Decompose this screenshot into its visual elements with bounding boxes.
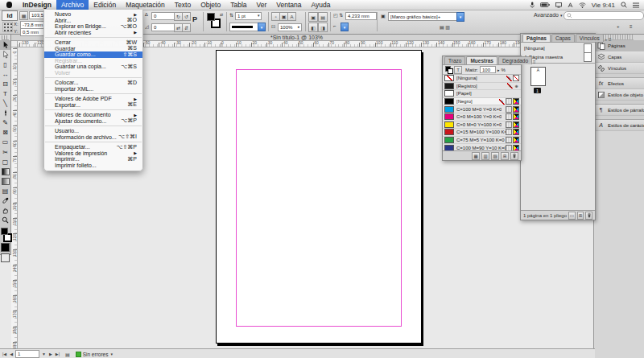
dock-item-estilos-de-objeto[interactable]: Estilos de objeto — [594, 89, 644, 101]
dock-item-v-nculos[interactable]: Vínculos — [594, 63, 644, 74]
ruler-origin-corner[interactable] — [11, 41, 18, 47]
spotlight-icon[interactable] — [621, 2, 627, 8]
menubar-item-ventana[interactable]: Ventana — [271, 0, 306, 10]
tab-muestras[interactable]: Muestras — [466, 56, 497, 64]
content-collector-tool[interactable]: ⊟ — [0, 79, 10, 88]
swatch-row[interactable]: [Papel] — [443, 90, 521, 98]
swatch-row[interactable]: C=0 M=0 Y=100 K=0 — [443, 121, 521, 130]
edit-page-size-button[interactable]: ▭ — [568, 212, 576, 220]
preflight-status-text[interactable]: Sin errores — [83, 352, 109, 357]
shear-angle-field[interactable]: 0 — [151, 23, 175, 31]
delete-page-button[interactable] — [585, 212, 592, 220]
show-gradient-swatches-button[interactable]: ▧ — [491, 152, 499, 160]
tab-trazo[interactable]: Trazo — [444, 56, 465, 64]
page-thumbnail[interactable]: A — [530, 67, 546, 86]
menu-item-guardar-como[interactable]: Guardar como...⇧⌘S — [44, 51, 142, 58]
gradient-feather-tool[interactable] — [0, 176, 10, 186]
show-color-swatches-button[interactable]: ▥ — [481, 152, 489, 160]
menubar-item-indesign[interactable]: InDesign — [18, 0, 56, 10]
document-tab-title[interactable]: *Sin título-1 @ 103% — [270, 35, 323, 40]
menu-item-abrir-recientes[interactable]: Abrir recientes▶ — [44, 30, 142, 36]
panel-menu-icon[interactable]: ≡ — [609, 37, 612, 42]
last-page-button[interactable]: ▶| — [55, 352, 60, 356]
wrap-around-icon[interactable]: ◨ — [318, 23, 328, 32]
wifi-icon[interactable] — [579, 2, 586, 8]
swatch-row[interactable]: C=15 M=100 Y=100 K=0 — [443, 129, 521, 137]
reference-point-proxy[interactable] — [2, 22, 13, 32]
anchor-icon[interactable]: + — [617, 24, 620, 29]
flip-vertical-icon[interactable]: ⇵ — [182, 23, 191, 32]
free-transform-tool[interactable]: ▢ — [0, 157, 10, 167]
menu-item-guardar-una-copia[interactable]: Guardar una copia...⌥⌘S — [44, 64, 142, 70]
menu-item-empaquetar[interactable]: Empaquetar...⌥⇧⌘P — [44, 144, 142, 150]
tab-páginas[interactable]: Páginas — [522, 34, 551, 42]
fill-stroke-proxy[interactable] — [0, 227, 10, 241]
swatch-row[interactable]: C=0 M=100 Y=0 K=0 — [443, 113, 521, 121]
gap-tool[interactable]: ↔ — [0, 69, 10, 79]
preflight-menu-icon[interactable]: ▾ — [109, 352, 114, 356]
menubar-item-edición[interactable]: Edición — [89, 0, 121, 10]
stroke-style-stepper[interactable]: ▾ — [258, 23, 266, 31]
text-color-icon[interactable]: T — [454, 66, 462, 74]
bridge-icon[interactable]: ▦ — [19, 11, 28, 20]
scissors-tool[interactable]: ✂ — [0, 147, 10, 157]
new-swatch-button[interactable]: ⊞ — [501, 152, 509, 160]
selection-tool[interactable] — [0, 40, 10, 50]
tab-degradado[interactable]: Degradado — [498, 56, 532, 64]
menu-item-ajustar-documento[interactable]: Ajustar documento...⌥⌘P — [44, 118, 142, 125]
style-override-icon[interactable]: ▤ ▥ — [440, 24, 450, 30]
swatch-row[interactable]: [Negro]✎ — [443, 98, 521, 106]
dock-item-efectos[interactable]: fxEfectos — [594, 78, 644, 89]
direct-selection-tool[interactable] — [0, 50, 10, 60]
display-icon[interactable] — [555, 2, 562, 8]
page-tool[interactable]: ▯ — [0, 60, 10, 69]
menubar-item-tabla[interactable]: Tabla — [225, 0, 251, 10]
vertical-ruler[interactable]: 0102030405060708090100110120130140150160… — [11, 47, 18, 348]
object-style-stepper[interactable]: ▾ — [456, 12, 464, 22]
rotate-ccw-icon[interactable]: ↺ — [182, 12, 191, 21]
dock-item-estilos-de-p-rrafo[interactable]: ¶Estilos de párrafo — [594, 105, 644, 116]
document-page[interactable] — [216, 50, 422, 344]
type-tool[interactable]: T — [0, 88, 10, 98]
swatch-row[interactable]: C=100 M=0 Y=0 K=0 — [443, 105, 521, 113]
swatch-fill-stroke-proxy[interactable] — [445, 66, 452, 73]
fill-color-swatch[interactable] — [207, 13, 215, 21]
stroke-style-dropdown[interactable] — [229, 23, 262, 31]
menu-item-imprimir[interactable]: Imprimir...⌘P — [44, 156, 142, 163]
menubar-item-archivo[interactable]: Archivo — [56, 0, 89, 10]
menu-item-explorar-en-bridge[interactable]: Explorar en Bridge...⌥⌘O — [44, 23, 142, 30]
fill-proxy[interactable] — [1, 228, 8, 235]
page-list-dropdown-icon[interactable]: ▼ — [41, 352, 47, 356]
menu-item-imprimir-folleto[interactable]: Imprimir folleto... — [44, 163, 142, 169]
swatch-row[interactable]: [Ninguna]✎ — [443, 75, 521, 83]
line-tool[interactable]: ╲ — [0, 99, 10, 109]
menu-item-exportar[interactable]: Exportar...⌘E — [44, 102, 142, 109]
rectangle-tool[interactable]: ▭ — [0, 138, 10, 147]
panel-menu-icon[interactable]: ≡ — [533, 60, 536, 64]
delete-swatch-button[interactable] — [510, 152, 518, 160]
hand-tool[interactable] — [0, 206, 10, 216]
new-page-button[interactable]: ⊞ — [577, 212, 584, 220]
input-source-icon[interactable] — [568, 2, 573, 8]
dock-item-estilos-de-car-cter[interactable]: AEstilos de carácter — [594, 120, 644, 131]
rotation-angle-field[interactable]: 0 — [151, 12, 175, 20]
corner-options-stepper[interactable]: ▾ — [341, 23, 349, 31]
rectangle-frame-tool[interactable]: ⊠ — [0, 128, 10, 138]
page-number-badge[interactable]: 1 — [534, 88, 541, 93]
menubar-item-ayuda[interactable]: Ayuda — [306, 0, 335, 10]
wrap-none-icon[interactable]: ◧ — [308, 23, 318, 32]
previous-page-button[interactable]: ◀ — [9, 352, 14, 356]
search-input[interactable] — [564, 11, 644, 20]
zoom-tool[interactable] — [0, 216, 10, 225]
dock-item-p-ginas[interactable]: Páginas — [594, 40, 644, 51]
drop-shadow-icon[interactable]: ▣ — [308, 12, 318, 22]
note-tool[interactable]: ▤ — [0, 186, 10, 195]
menubar-item-ver[interactable]: Ver — [252, 0, 272, 10]
preflight-profile-icon[interactable]: ▤ — [64, 352, 71, 357]
corner-radius-field[interactable]: 4,233 mm — [345, 12, 377, 20]
swatch-row[interactable]: [Registro]✎⊕ — [443, 83, 521, 91]
tint-stepper[interactable]: ▸ — [497, 68, 500, 72]
menubar-item-maquetación[interactable]: Maquetación — [121, 0, 170, 10]
object-style-dropdown[interactable]: [Marco gráfico básico]+ — [388, 12, 460, 21]
apply-color-button[interactable] — [1, 243, 10, 252]
